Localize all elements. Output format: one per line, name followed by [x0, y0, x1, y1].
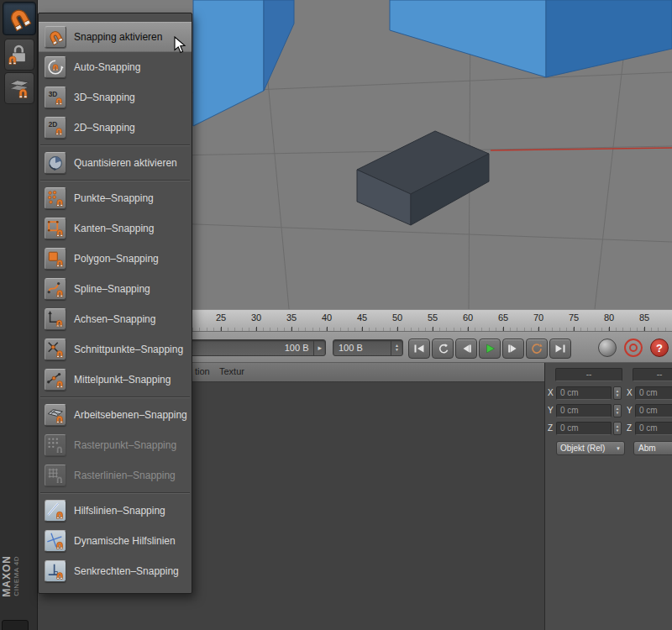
goto-end-button[interactable] [549, 339, 571, 359]
x-input-left[interactable]: 0 cm [556, 386, 612, 400]
ruler-tick-label: 60 [458, 312, 478, 323]
menu-item-label: Rasterpunkt–Snapping [74, 439, 176, 451]
magnet-icon [45, 26, 66, 48]
play-button[interactable] [479, 339, 501, 359]
previous-frame-button[interactable] [455, 339, 477, 359]
auto-snapping-icon [45, 56, 66, 78]
coordinates-panel: -- -- X 0 cm ▲ ▼ X 0 cm Y 0 cm ▲ ▼ Y 0 c… [544, 363, 672, 630]
z-stepper-left[interactable]: ▲ ▼ [613, 422, 622, 435]
loop-playback-button[interactable] [526, 339, 548, 359]
menu-item-label: Rasterlinien–Snapping [74, 470, 176, 481]
y-input-left[interactable]: 0 cm [556, 404, 612, 417]
menu-item-label: Quantisieren aktivieren [74, 157, 177, 169]
menu-item-snapping-aktivieren[interactable]: Snapping aktivieren [39, 22, 192, 52]
dropdown-arrow-icon: ▼ [616, 446, 621, 451]
coordinate-mode-dropdown[interactable]: Objekt (Rel) ▼ [556, 441, 625, 455]
cinema4d-window: 25 30 35 40 45 50 55 60 65 70 75 80 85 1… [0, 0, 672, 630]
lock-workplane-button[interactable] [4, 39, 34, 71]
ruler-tick-label: 35 [281, 312, 302, 323]
stepper-down-icon[interactable]: ▼ [616, 393, 619, 397]
next-frame-icon [507, 343, 519, 354]
x-stepper-left[interactable]: ▲ ▼ [613, 386, 622, 400]
dash-field-left[interactable]: -- [555, 368, 622, 381]
goto-start-icon [413, 343, 425, 354]
menu-item-spline-snapping[interactable]: Spline–Snapping [39, 274, 192, 304]
menu-item-kanten-snapping[interactable]: Kanten–Snapping [39, 213, 192, 244]
play-reverse-icon [437, 343, 449, 354]
loop-icon [531, 343, 543, 354]
menu-item-senkrechten-snapping[interactable]: Senkrechten–Snapping [39, 556, 192, 586]
next-frame-button[interactable] [502, 339, 524, 359]
tab-funktion-partial[interactable]: tion [195, 366, 210, 376]
menu-item-label: Dynamische Hilfslinien [74, 535, 176, 547]
help-icon[interactable]: ? [650, 339, 669, 357]
tab-textur[interactable]: Textur [219, 366, 244, 376]
menu-item-hilfslinien-snapping[interactable]: Hilfslinien–Snapping [39, 496, 192, 526]
menu-item-label: Mittelpunkt–Snapping [74, 374, 171, 386]
menu-item-rasterlinien-snapping: Rasterlinien–Snapping [39, 460, 192, 491]
ruler-tick-label: 75 [564, 312, 584, 323]
workplane-layers-button[interactable] [4, 72, 34, 104]
menu-item-arbeitsebenen-snapping[interactable]: Arbeitsebenen–Snapping [39, 400, 192, 430]
gridline-snap-icon [45, 465, 66, 486]
menu-item-3d-snapping[interactable]: 3D–Snapping [39, 82, 192, 113]
2d-snapping-icon [45, 117, 66, 139]
ruler-tick-label: 50 [387, 312, 407, 323]
popup-arrow-icon[interactable]: ▸ [313, 340, 325, 355]
brand-vertical-text: MAXON CINEMA 4D [1, 526, 20, 627]
y-input-right[interactable]: 0 cm [635, 404, 672, 417]
mouse-cursor [174, 36, 187, 58]
goto-end-icon [554, 343, 566, 354]
abm-button-partial[interactable]: Abm [633, 441, 672, 455]
enable-snap-button[interactable] [3, 2, 36, 35]
spline-snap-icon [45, 278, 66, 300]
point-snap-icon [45, 187, 66, 209]
stepper-down-icon[interactable]: ▼ [616, 411, 619, 415]
menu-item-schnittpunkte-snapping[interactable]: Schnittpunkte–Snapping [39, 334, 192, 365]
record-inner-ring [629, 344, 638, 352]
previous-frame-icon [460, 343, 472, 354]
intersection-snap-icon [45, 339, 66, 360]
z-input-left[interactable]: 0 cm [556, 422, 612, 435]
play-reverse-button[interactable] [432, 339, 454, 359]
menu-item-polygon-snapping[interactable]: Polygon–Snapping [39, 244, 192, 274]
y-label-left: Y [548, 406, 554, 415]
max-frame-field[interactable]: 100 B ▲ ▼ [333, 339, 403, 356]
frame-stepper[interactable]: ▲ ▼ [391, 340, 402, 355]
stepper-down-icon[interactable]: ▼ [616, 428, 619, 433]
menu-item-punkte-snapping[interactable]: Punkte–Snapping [39, 183, 192, 213]
layers-icon [7, 76, 32, 101]
menu-item-achsen-snapping[interactable]: Achsen–Snapping [39, 304, 192, 334]
cinema4d-logo-text: CINEMA 4D [13, 556, 20, 596]
y-label-right: Y [627, 406, 633, 415]
menu-item-dynamische-hilfslinien[interactable]: Dynamische Hilfslinien [39, 526, 192, 556]
stepper-down-icon[interactable]: ▼ [395, 348, 399, 352]
y-stepper-left[interactable]: ▲ ▼ [613, 404, 622, 417]
render-sphere-icon[interactable] [598, 339, 617, 357]
z-label-right: Z [627, 423, 632, 433]
menu-item-label: Auto-Snapping [74, 61, 140, 73]
x-input-right[interactable]: 0 cm [635, 386, 672, 400]
menu-item-auto-snapping[interactable]: Auto-Snapping [39, 52, 192, 82]
z-label-left: Z [548, 423, 553, 433]
menu-separator [40, 396, 190, 398]
ruler-tick-label: 85 [634, 312, 654, 323]
playback-buttons [408, 339, 571, 359]
x-label-left: X [548, 388, 554, 397]
z-input-right[interactable]: 0 cm [635, 422, 672, 435]
menu-item-rasterpunkt-snapping: Rasterpunkt–Snapping [39, 430, 192, 460]
ruler-tick-label: 80 [599, 312, 619, 323]
menu-item-2d-snapping[interactable]: 2D–Snapping [39, 113, 192, 143]
dash-field-right[interactable]: -- [633, 368, 672, 381]
menu-item-label: Senkrechten–Snapping [74, 565, 179, 577]
menu-item-label: Arbeitsebenen–Snapping [74, 409, 187, 421]
partial-toolbar-icon[interactable] [2, 620, 29, 630]
dynamic-guides-icon [45, 530, 66, 552]
menu-item-label: Kanten–Snapping [74, 223, 154, 234]
menu-item-quantisieren-aktivieren[interactable]: Quantisieren aktivieren [39, 148, 192, 178]
menu-item-label: Spline–Snapping [74, 283, 150, 295]
ruler-tick-label: 55 [423, 312, 443, 323]
goto-start-button[interactable] [408, 339, 430, 359]
menu-item-mittelpunkt-snapping[interactable]: Mittelpunkt–Snapping [39, 365, 192, 395]
record-icon[interactable] [624, 339, 643, 357]
